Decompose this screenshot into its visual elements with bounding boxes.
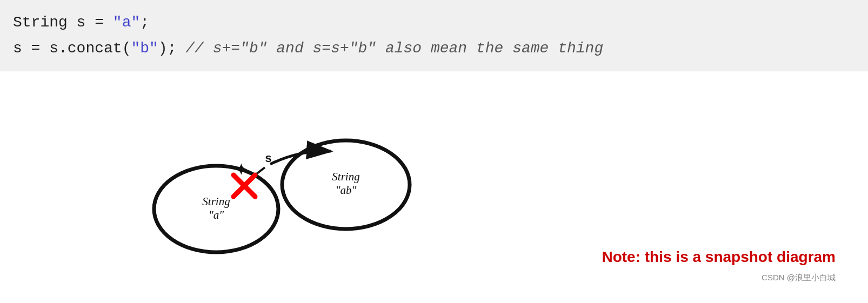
svg-text:String: String: [202, 195, 230, 208]
svg-text:"a": "a": [209, 208, 224, 221]
note-text: Note: this is a snapshot diagram: [602, 248, 836, 266]
var-label: s: [265, 152, 272, 166]
code-plain-1: String s =: [13, 14, 113, 31]
svg-point-1: [282, 140, 410, 229]
code-comment: // s+="b" and s=s+"b" also mean the same…: [185, 40, 603, 57]
svg-text:"ab": "ab": [336, 184, 357, 197]
code-string-a: "a": [113, 14, 140, 31]
code-string-b: "b": [131, 40, 158, 57]
code-block: String s = "a"; s = s.concat("b"); // s+…: [0, 0, 868, 71]
code-line-1: String s = "a";: [13, 10, 855, 36]
code-plain-3: s = s.concat(: [13, 40, 131, 57]
svg-line-7: [233, 175, 255, 197]
code-line-2: s = s.concat("b"); // s+="b" and s=s+"b"…: [13, 36, 855, 62]
svg-text:String: String: [332, 170, 359, 183]
svg-text:✦: ✦: [235, 161, 247, 178]
watermark: CSDN @浪里小白城: [762, 273, 836, 283]
diagram-area: s String "a" String "ab" ✦ Note: this is…: [0, 71, 868, 293]
code-plain-2: ;: [140, 14, 149, 31]
code-plain-4: );: [158, 40, 185, 57]
svg-line-8: [233, 175, 255, 197]
svg-point-0: [154, 166, 278, 252]
